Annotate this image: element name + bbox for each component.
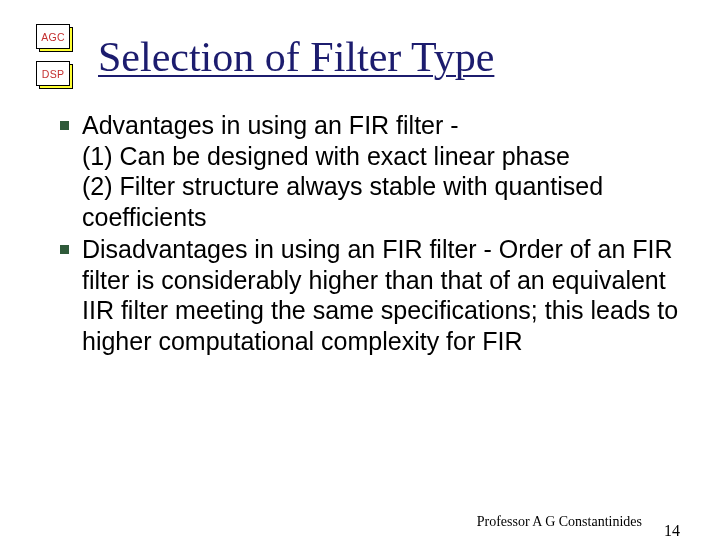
bullet-item: Advantages in using an FIR filter - (1) … (46, 110, 680, 232)
slide-title: Selection of Filter Type (98, 35, 494, 79)
footer: Professor A G Constantinides 14 (477, 512, 680, 530)
bullet-line: (2) Filter structure always stable with … (82, 171, 680, 232)
slide: AGC DSP Selection of Filter Type Advanta… (0, 0, 720, 540)
bullet-item: Disadvantages in using an FIR filter - O… (46, 234, 680, 356)
logo-stack: AGC DSP (36, 24, 74, 90)
header: AGC DSP Selection of Filter Type (36, 24, 684, 90)
logo-agc: AGC (36, 24, 74, 53)
bullet-text: Disadvantages in using an FIR filter - O… (82, 234, 680, 356)
bullet-text: Advantages in using an FIR filter - (1) … (82, 110, 680, 232)
page-number: 14 (664, 522, 680, 540)
content-area: Advantages in using an FIR filter - (1) … (36, 110, 684, 356)
bullet-lead: Advantages in using an FIR filter - (82, 110, 680, 141)
bullet-icon (46, 234, 82, 254)
bullet-lead: Disadvantages in using an FIR filter - O… (82, 234, 680, 356)
professor-label: Professor A G Constantinides (477, 514, 642, 530)
bullet-line: (1) Can be designed with exact linear ph… (82, 141, 680, 172)
logo-text: AGC (36, 24, 70, 49)
logo-dsp: DSP (36, 61, 74, 90)
logo-text: DSP (36, 61, 70, 86)
bullet-icon (46, 110, 82, 130)
